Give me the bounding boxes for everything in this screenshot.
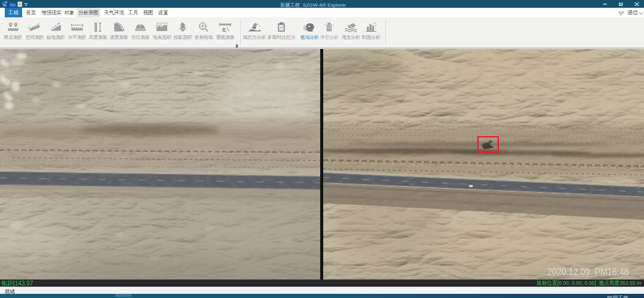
svg-text:7: 7 <box>139 24 142 28</box>
